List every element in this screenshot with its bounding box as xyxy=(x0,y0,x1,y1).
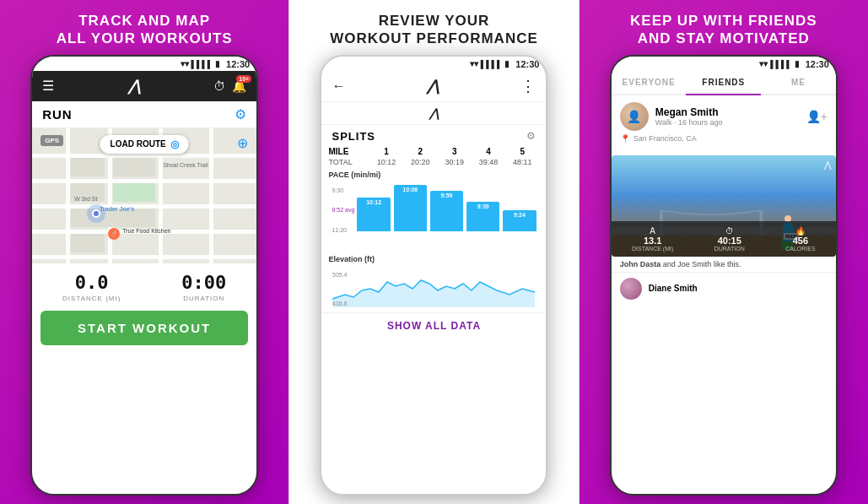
crosshair-icon[interactable]: ⊕ xyxy=(237,135,248,151)
battery-icon-2: ▮ xyxy=(504,59,509,68)
tab-friends[interactable]: FRIENDS xyxy=(686,71,761,95)
notification-badge: 10+ xyxy=(236,75,251,83)
duration-value: 0:00 xyxy=(181,272,226,293)
elevation-section: Elevation (ft) 505.4 416.8 xyxy=(321,248,546,309)
add-friend-icon[interactable]: 👤+ xyxy=(806,110,828,123)
duration-icon: ⏱ xyxy=(714,226,745,236)
distance-label: DISTANCE (MI) xyxy=(62,295,121,302)
svg-text:505.4: 505.4 xyxy=(332,272,348,278)
pace-bar-3: 9:59 xyxy=(430,191,463,231)
distance-value: 0.0 xyxy=(62,272,121,293)
ua-logo-2: ⋀ xyxy=(427,77,439,95)
app2-navbar: ← ⋀ ⋮ xyxy=(321,71,546,102)
notification-icon[interactable]: 🔔10+ xyxy=(232,79,246,93)
pace-y-labels: 9:30 9:52 avg 11:20 xyxy=(332,181,354,233)
wstat-distance: A 13.1 DISTANCE (MI) xyxy=(632,226,673,252)
status-time-3: 12:30 xyxy=(806,59,829,69)
load-route-label: LOAD ROUTE xyxy=(111,139,166,149)
col-4: 4 xyxy=(472,147,505,156)
back-button[interactable]: ← xyxy=(332,79,345,94)
splits-total-row: TOTAL 10:12 20:20 30:19 39:48 48:11 xyxy=(328,157,539,167)
header-line1: TRACK AND MAP xyxy=(78,13,210,29)
signal-icon: ▌▌▌▌ xyxy=(191,60,213,68)
app1-navbar: ☰ ⋀ ⏱ 🔔10+ xyxy=(32,71,256,101)
friend-avatar: 👤 xyxy=(620,102,649,131)
tab-me[interactable]: ME xyxy=(761,71,836,94)
panel-3-header: KEEP UP WITH FRIENDS AND STAY MOTIVATED xyxy=(580,0,868,55)
battery-icon: ▮ xyxy=(215,59,220,68)
map-area[interactable]: Shoal Creek Trail W 3rd St GPS LOAD ROUT… xyxy=(32,128,256,263)
wstat-calories: 🔥 456 CALORIES xyxy=(785,226,815,252)
pace-section: PACE (min/mi) 9:30 9:52 avg 11:20 10:12 … xyxy=(321,167,546,248)
status-bar-2: ▾▾ ▌▌▌▌ ▮ 12:30 xyxy=(321,57,546,71)
signal-icon-3: ▌▌▌▌ xyxy=(770,60,792,68)
pace-bar-4: 9:39 xyxy=(466,202,499,231)
phone-frame-2: ▾▾ ▌▌▌▌ ▮ 12:30 ← ⋀ ⋮ ⋀ SPLITS ⚙ MILE 1 … xyxy=(320,55,547,496)
panel-friends: KEEP UP WITH FRIENDS AND STAY MOTIVATED … xyxy=(580,0,868,504)
more-options-icon[interactable]: ⋮ xyxy=(520,77,536,95)
hamburger-icon[interactable]: ☰ xyxy=(42,78,54,94)
start-workout-button[interactable]: START WORKOUT xyxy=(40,311,248,345)
workout-stats-overlay: A 13.1 DISTANCE (MI) ⏱ 40:15 DURATION 🔥 … xyxy=(612,221,836,257)
ua-logo-row: ⋀ xyxy=(321,102,546,125)
settings-icon[interactable]: ⚙ xyxy=(235,106,246,122)
workout-stats-row: 0.0 DISTANCE (MI) 0:00 DURATION xyxy=(32,263,256,307)
header-line1-p2: REVIEW YOUR xyxy=(379,13,490,29)
status-time-2: 12:30 xyxy=(515,59,539,69)
pace-bar-2: 10:08 xyxy=(394,185,427,231)
elevation-label: Elevation (ft) xyxy=(328,255,539,263)
splits-gear-icon[interactable]: ⚙ xyxy=(526,130,536,142)
col-2: 2 xyxy=(403,147,437,156)
friend-meta: Megan Smith Walk · 16 hours ago xyxy=(655,106,800,127)
tab-everyone[interactable]: EVERYONE xyxy=(612,71,687,94)
load-route-button[interactable]: LOAD ROUTE ◎ xyxy=(100,135,189,154)
total-label: TOTAL xyxy=(328,158,369,166)
panel-2-header: REVIEW YOUR WORKOUT PERFORMANCE xyxy=(289,0,578,55)
header-line2-p3: AND STAY MOTIVATED xyxy=(638,30,810,46)
pace-chart: 9:30 9:52 avg 11:20 10:12 10:08 9:59 xyxy=(328,181,539,248)
distance-icon: A xyxy=(632,226,673,236)
col-1: 1 xyxy=(369,147,403,156)
signal-icon-2: ▌▌▌▌ xyxy=(481,60,503,68)
header-line2-p2: WORKOUT PERFORMANCE xyxy=(330,30,538,46)
splits-title: SPLITS xyxy=(332,130,375,143)
elevation-chart: 505.4 416.8 xyxy=(328,265,539,307)
true-food-label: True Food Kitchen xyxy=(122,228,170,234)
location-pin-icon: 📍 xyxy=(620,134,630,144)
friend-info: 👤 Megan Smith Walk · 16 hours ago 👤+ xyxy=(620,102,828,131)
run-label: RUN xyxy=(42,107,73,122)
wifi-icon: ▾▾ xyxy=(181,59,189,68)
trader-joes-label: Trader Joe's xyxy=(100,206,134,212)
show-all-data-button[interactable]: SHOW ALL DATA xyxy=(321,312,546,339)
friend-activity: Walk · 16 hours ago xyxy=(655,118,800,127)
pace-bar-5: 9:24 xyxy=(503,210,536,231)
wifi-icon-2: ▾▾ xyxy=(470,59,478,68)
nav-icons: ⏱ 🔔10+ xyxy=(213,79,246,93)
load-icon: ◎ xyxy=(170,138,179,150)
panel-track-map: TRACK AND MAP ALL YOUR WORKOUTS ▾▾ ▌▌▌▌ … xyxy=(0,0,288,504)
distance-stat: 0.0 DISTANCE (MI) xyxy=(62,272,121,302)
phone-frame-3: ▾▾ ▌▌▌▌ ▮ 12:30 EVERYONE FRIENDS ME 👤 Me… xyxy=(610,55,838,496)
splits-header-row: MILE 1 2 3 4 5 xyxy=(328,146,539,157)
status-bar-3: ▾▾ ▌▌▌▌ ▮ 12:30 xyxy=(612,57,836,71)
svg-text:416.8: 416.8 xyxy=(332,301,348,306)
poi-badge: 🍴 xyxy=(108,228,120,240)
ua-watermark: ⋀ xyxy=(824,160,831,170)
clock-icon[interactable]: ⏱ xyxy=(213,79,225,93)
friend-name: Megan Smith xyxy=(655,106,800,118)
header-line1-p3: KEEP UP WITH FRIENDS xyxy=(630,13,817,29)
ua-logo-1: ⋀ xyxy=(128,77,140,95)
panel-1-header: TRACK AND MAP ALL YOUR WORKOUTS xyxy=(0,0,288,55)
workout-photo: 40332 ⋀ A 13.1 DISTANCE (MI) ⏱ 40:15 DUR… xyxy=(612,155,836,257)
gps-button[interactable]: GPS xyxy=(40,135,63,146)
calories-icon: 🔥 xyxy=(785,226,815,236)
panel-review: REVIEW YOUR WORKOUT PERFORMANCE ▾▾ ▌▌▌▌ … xyxy=(288,0,579,504)
duration-stat: 0:00 DURATION xyxy=(181,272,226,302)
col-3: 3 xyxy=(438,147,472,156)
likes-row: John Dasta and Joe Smith like this. xyxy=(612,257,836,273)
pace-bar-1: 10:12 xyxy=(357,198,390,231)
phone-frame-1: ▾▾ ▌▌▌▌ ▮ 12:30 ☰ ⋀ ⏱ 🔔10+ RUN ⚙ xyxy=(30,55,258,496)
location-text: San Francisco, CA xyxy=(633,134,697,143)
liker-name: John Dasta xyxy=(620,260,661,268)
commenter-avatar xyxy=(620,278,642,300)
